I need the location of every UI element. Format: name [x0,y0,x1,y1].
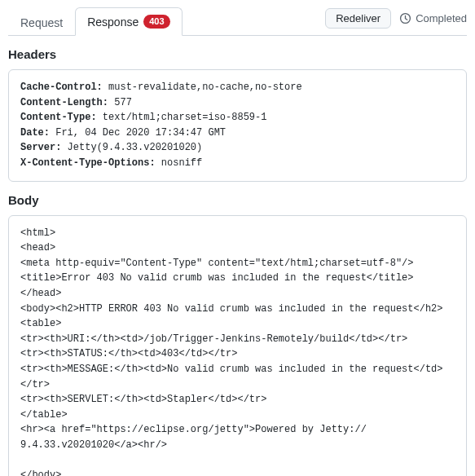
tabs: Request Response 403 [8,7,183,35]
header-key: Date: [20,127,50,139]
body-box: <html> <head> <meta http-equiv="Content-… [8,215,467,476]
header-line: Cache-Control: must-revalidate,no-cache,… [20,80,455,95]
header-value: 577 [108,97,132,108]
delivery-status: Completed [399,12,467,24]
header-key: Content-Length: [20,97,108,108]
delivery-status-label: Completed [416,12,467,24]
tab-request-label: Request [20,16,63,29]
header-key: Cache-Control: [20,82,103,93]
tab-response-label: Response [87,15,139,29]
header-value: Fri, 04 Dec 2020 17:34:47 GMT [50,127,226,139]
tab-response[interactable]: Response 403 [75,7,182,36]
header-key: Content-Type: [20,112,97,123]
header-line: Date: Fri, 04 Dec 2020 17:34:47 GMT [20,126,455,141]
header-key: Server: [20,142,61,153]
header-value: text/html;charset=iso-8859-1 [97,112,267,123]
headers-title: Headers [8,47,467,61]
header-value: nosniff [156,157,203,169]
header-line: Server: Jetty(9.4.33.v20201020) [20,140,455,156]
header-line: Content-Type: text/html;charset=iso-8859… [20,110,455,126]
top-actions: Redeliver Completed [325,8,467,33]
body-title: Body [8,193,467,207]
header-line: Content-Length: 577 [20,95,455,111]
header-value: must-revalidate,no-cache,no-store [103,82,302,93]
tab-bar: Request Response 403 Redeliver Completed [8,7,467,36]
status-badge: 403 [143,15,169,29]
redeliver-button[interactable]: Redeliver [325,8,391,29]
header-value: Jetty(9.4.33.v20201020) [61,142,202,153]
headers-box: Cache-Control: must-revalidate,no-cache,… [8,69,467,182]
clock-icon [399,12,411,24]
header-key: X-Content-Type-Options: [20,157,156,169]
header-line: X-Content-Type-Options: nosniff [20,156,455,171]
tab-request[interactable]: Request [8,9,75,36]
redeliver-button-label: Redeliver [336,12,380,24]
